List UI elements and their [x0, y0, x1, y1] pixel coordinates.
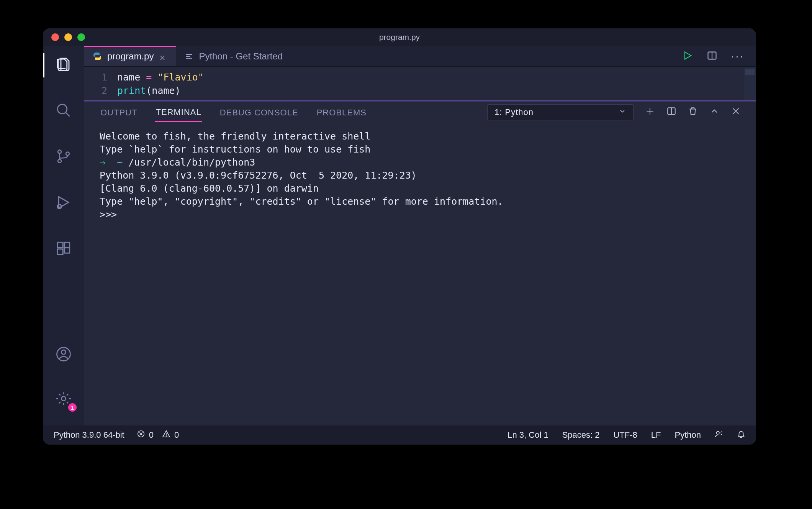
svg-point-16 [717, 432, 719, 434]
status-feedback[interactable] [715, 430, 723, 440]
tab-label: Python - Get Started [199, 51, 283, 62]
activity-account[interactable] [43, 340, 84, 370]
bottom-panel: OUTPUT TERMINAL DEBUG CONSOLE PROBLEMS 1… [84, 101, 756, 425]
svg-point-2 [58, 159, 61, 163]
svg-rect-7 [57, 249, 63, 254]
terminal-line: → ~ /usr/local/bin/python3 [100, 156, 741, 169]
code-line[interactable]: 1name = "Flavio" [84, 71, 756, 84]
svg-point-11 [61, 396, 65, 401]
new-terminal-button[interactable] [645, 106, 655, 118]
main-area: program.py Python - Get Started [84, 46, 756, 425]
svg-point-0 [57, 104, 67, 114]
activity-explorer[interactable] [43, 50, 84, 80]
split-editor-button[interactable] [707, 50, 717, 62]
tab-python-get-started[interactable]: Python - Get Started [176, 46, 293, 66]
terminal-selector[interactable]: 1: Python [487, 104, 634, 120]
trash-icon [688, 108, 698, 118]
status-encoding[interactable]: UTF-8 [613, 430, 637, 440]
activity-extensions[interactable] [43, 234, 84, 264]
settings-badge: 1 [68, 403, 77, 412]
code-content: print(name) [117, 84, 181, 97]
status-python-interpreter[interactable]: Python 3.9.0 64-bit [54, 430, 124, 440]
split-terminal-button[interactable] [666, 106, 676, 118]
run-file-button[interactable] [682, 50, 693, 62]
activity-bar: 1 [43, 46, 84, 425]
account-icon [56, 346, 72, 364]
vscode-window: program.py [43, 28, 756, 445]
svg-rect-5 [57, 242, 63, 248]
plus-icon [645, 108, 655, 118]
status-notifications[interactable] [737, 430, 745, 440]
chevron-down-icon [619, 107, 626, 117]
more-actions-button[interactable]: ··· [731, 50, 745, 62]
activity-source-control[interactable] [43, 142, 84, 172]
code-content: name = "Flavio" [117, 71, 204, 84]
close-panel-button[interactable] [731, 106, 741, 118]
minimap[interactable] [744, 67, 756, 100]
status-cursor-position[interactable]: Ln 3, Col 1 [508, 430, 548, 440]
code-line[interactable]: 2print(name) [84, 84, 756, 97]
close-tab-button[interactable] [159, 53, 166, 60]
window-title: program.py [43, 33, 756, 42]
warning-icon [162, 430, 170, 440]
terminal-line: >>> [100, 208, 741, 221]
window-body: 1 program.py [43, 46, 756, 425]
files-icon [56, 56, 72, 74]
panel-tab-terminal[interactable]: TERMINAL [155, 103, 202, 122]
panel-tab-output[interactable]: OUTPUT [100, 103, 138, 122]
search-icon [56, 102, 72, 120]
bell-icon [737, 430, 745, 440]
svg-point-3 [66, 152, 69, 156]
terminal-line: Welcome to fish, the friendly interactiv… [100, 130, 741, 143]
chevron-up-icon [709, 108, 719, 118]
editor-divider [84, 100, 756, 101]
play-icon [682, 56, 693, 62]
tab-label: program.py [107, 51, 154, 62]
terminal-line: Python 3.9.0 (v3.9.0:9cf6752276, Oct 5 2… [100, 169, 741, 182]
titlebar: program.py [43, 28, 756, 46]
status-indentation[interactable]: Spaces: 2 [562, 430, 600, 440]
feedback-icon [715, 430, 723, 440]
kill-terminal-button[interactable] [688, 106, 698, 118]
terminal-selector-label: 1: Python [494, 107, 534, 117]
terminal-line: [Clang 6.0 (clang-600.0.57)] on darwin [100, 182, 741, 195]
close-icon [731, 108, 741, 118]
editor-tabs: program.py Python - Get Started [84, 46, 756, 67]
terminal-line: Type "help", "copyright", "credits" or "… [100, 195, 741, 208]
tabs-actions: ··· [682, 46, 756, 66]
branch-icon [56, 148, 72, 166]
split-icon [707, 56, 717, 62]
maximize-panel-button[interactable] [709, 106, 719, 118]
status-language[interactable]: Python [675, 430, 701, 440]
activity-settings[interactable]: 1 [43, 384, 84, 415]
svg-point-1 [58, 150, 61, 153]
code-editor[interactable]: 1name = "Flavio"2print(name) [84, 67, 756, 100]
panel-tab-debug-console[interactable]: DEBUG CONSOLE [219, 103, 299, 122]
viewport: program.py [0, 0, 812, 509]
status-problems[interactable]: 0 0 [137, 430, 179, 440]
line-number: 2 [84, 84, 117, 97]
tab-program-py[interactable]: program.py [84, 46, 176, 66]
activity-run-debug[interactable] [43, 188, 84, 218]
status-eol[interactable]: LF [651, 430, 661, 440]
run-debug-icon [55, 194, 72, 212]
panel-tabs: OUTPUT TERMINAL DEBUG CONSOLE PROBLEMS 1… [84, 102, 756, 123]
terminal-output[interactable]: Welcome to fish, the friendly interactiv… [84, 123, 756, 425]
menu-icon [184, 52, 193, 61]
svg-point-10 [61, 350, 65, 354]
svg-rect-8 [64, 248, 70, 253]
status-bar: Python 3.9.0 64-bit 0 0 Ln 3, Col 1 Spac… [43, 425, 756, 445]
split-icon [666, 108, 676, 118]
line-number: 1 [84, 71, 117, 84]
svg-rect-6 [64, 242, 70, 248]
panel-tab-problems[interactable]: PROBLEMS [316, 103, 367, 122]
activity-search[interactable] [43, 96, 84, 126]
extensions-icon [56, 240, 72, 258]
svg-point-15 [166, 436, 166, 436]
python-icon [93, 52, 102, 61]
error-icon [137, 430, 145, 440]
terminal-line: Type `help` for instructions on how to u… [100, 143, 741, 156]
